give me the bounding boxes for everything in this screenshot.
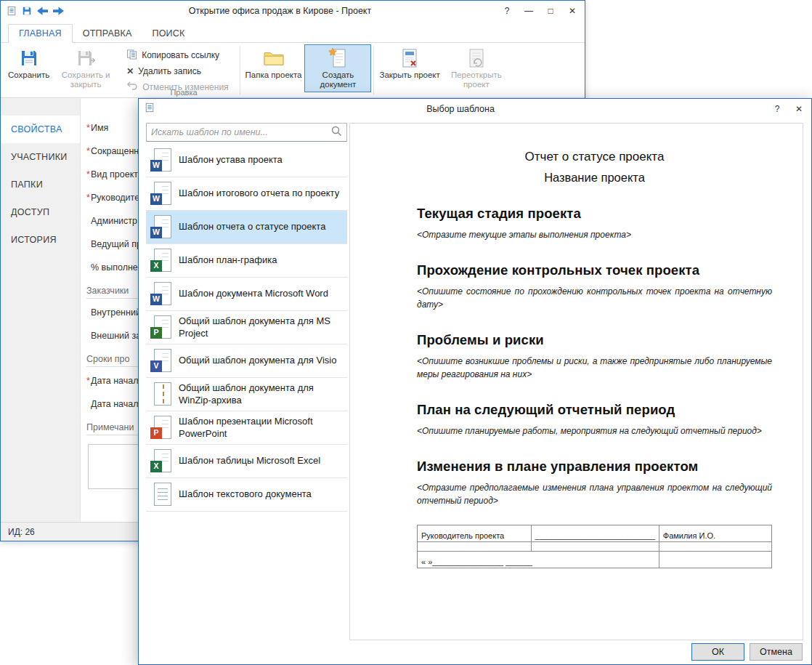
template-list-item[interactable]: W Шаблон документа Microsoft Word — [146, 278, 347, 311]
template-list: W Шаблон устава проекта W Шаблон итогово… — [146, 144, 347, 512]
template-list-item[interactable]: Шаблон текстового документа — [146, 478, 347, 512]
close-project-icon — [400, 48, 419, 68]
dialog-help-button[interactable]: ? — [766, 100, 788, 118]
ok-button[interactable]: ОК — [691, 643, 744, 661]
template-selection-dialog: Выбор шаблона ? ✕ W Шаблон устава проект… — [138, 98, 812, 665]
create-document-button[interactable]: Создать документ — [304, 44, 371, 92]
forward-arrow-icon[interactable] — [53, 7, 64, 15]
visio-file-icon: V — [150, 349, 172, 374]
save-icon — [20, 48, 38, 68]
quick-save-icon[interactable] — [22, 6, 32, 16]
dialog-close-button[interactable]: ✕ — [788, 100, 810, 118]
record-id: ИД: 26 — [8, 527, 35, 537]
template-list-item[interactable]: X Шаблон таблицы Microsoft Excel — [146, 445, 347, 478]
undo-icon — [126, 81, 138, 94]
excel-file-icon: X — [150, 249, 172, 273]
required-asterisk: * — [86, 123, 90, 133]
minimize-button[interactable]: — — [518, 2, 540, 20]
preview-section-hint: <Отразите предполагаемые изменения плана… — [417, 481, 772, 507]
required-asterisk: * — [86, 193, 90, 203]
cancel-button[interactable]: Отмена — [750, 643, 803, 661]
ribbon: Сохранить Сохранить и закрыть Копировать… — [1, 43, 585, 98]
help-button[interactable]: ? — [496, 2, 518, 20]
back-arrow-icon[interactable] — [37, 7, 48, 15]
template-list-item[interactable]: W Шаблон устава проекта — [146, 144, 347, 177]
template-item-label: Шаблон текстового документа — [179, 488, 312, 500]
project-folder-button[interactable]: Папка проекта — [243, 44, 305, 92]
template-list-item[interactable]: W Шаблон итогового отчета по проекту — [146, 177, 347, 211]
preview-section: Прохождение контрольных точек проекта <О… — [417, 262, 772, 311]
save-button[interactable]: Сохранить — [5, 44, 52, 92]
reopen-project-icon — [467, 48, 486, 68]
sidebar-item-participants[interactable]: УЧАСТНИКИ — [1, 143, 80, 171]
signature-line-cell: ___________________________ — [531, 525, 659, 542]
app-icon — [7, 6, 17, 16]
delete-record-button[interactable]: ✕ Удалить запись — [123, 64, 231, 78]
window-title: Открытие офиса продаж в Кирове - Проект — [64, 6, 496, 16]
tab-send[interactable]: ОТПРАВКА — [73, 24, 142, 42]
template-list-item[interactable]: X Шаблон план-графика — [146, 244, 347, 278]
required-asterisk: * — [86, 146, 90, 156]
dialog-title: Выбор шаблона — [155, 104, 766, 114]
template-item-label: Шаблон презентации Microsoft PowerPoint — [179, 416, 343, 440]
word-file-icon: W — [150, 282, 172, 307]
close-project-label: Закрыть проект — [379, 70, 439, 80]
signature-cell — [531, 542, 659, 552]
ribbon-tab-bar: ГЛАВНАЯ ОТПРАВКА ПОИСК — [1, 21, 585, 43]
tab-main[interactable]: ГЛАВНАЯ — [8, 24, 73, 43]
template-item-label: Шаблон документа Microsoft Word — [179, 288, 328, 299]
save-and-close-label: Сохранить и закрыть — [55, 70, 116, 89]
preview-section-heading: Прохождение контрольных точек проекта — [417, 262, 772, 278]
save-label: Сохранить — [8, 70, 49, 80]
tab-search[interactable]: ПОИСК — [142, 24, 195, 42]
template-list-item[interactable]: V Общий шаблон документа для Visio — [146, 344, 347, 378]
template-item-label: Шаблон устава проекта — [179, 154, 283, 166]
preview-doc-title: Отчет о статусе проекта — [417, 150, 772, 164]
delete-record-label: Удалить запись — [138, 66, 201, 76]
maximize-button[interactable]: □ — [540, 2, 561, 20]
signature-date-cell: « »________________ ______ — [418, 552, 659, 568]
main-window-controls: ? — □ ✕ — [496, 2, 583, 20]
template-item-label: Шаблон план-графика — [179, 254, 277, 266]
signature-cell: Фамилия И.О. — [659, 525, 771, 542]
copy-link-icon — [126, 49, 137, 63]
preview-section-hint: <Опишите состояние по прохождению контро… — [417, 285, 772, 311]
sidebar-item-properties[interactable]: СВОЙСТВА — [1, 116, 80, 143]
word-file-icon: W — [150, 148, 172, 173]
sidebar-item-access[interactable]: ДОСТУП — [1, 198, 80, 226]
copy-link-label: Копировать ссылку — [142, 50, 219, 60]
save-and-close-button[interactable]: Сохранить и закрыть — [52, 44, 119, 92]
reopen-project-label: Переоткрыть проект — [446, 70, 507, 89]
project-folder-label: Папка проекта — [245, 70, 302, 80]
edit-buttons-group: Копировать ссылку ✕ Удалить запись Отмен… — [119, 44, 237, 94]
close-button[interactable]: ✕ — [561, 2, 583, 20]
dialog-buttons: ОК Отмена — [691, 643, 803, 661]
dialog-icon — [145, 102, 155, 116]
template-item-label: Шаблон отчета о статусе проекта — [179, 221, 325, 233]
close-project-button[interactable]: Закрыть проект — [376, 44, 442, 92]
template-item-label: Шаблон таблицы Microsoft Excel — [179, 455, 320, 467]
powerpoint-file-icon: P — [150, 416, 172, 440]
search-icon[interactable] — [331, 126, 342, 140]
template-list-item[interactable]: P Шаблон презентации Microsoft PowerPoin… — [146, 411, 347, 445]
copy-link-button[interactable]: Копировать ссылку — [123, 48, 231, 63]
signature-cell — [418, 542, 532, 552]
delete-icon: ✕ — [126, 66, 134, 76]
stage: Открытие офиса продаж в Кирове - Проект … — [0, 0, 812, 665]
template-search-input[interactable] — [151, 127, 331, 137]
template-list-item[interactable]: Общий шаблон документа для WinZip-архива — [146, 378, 347, 411]
signature-cell — [659, 542, 771, 552]
template-search — [146, 123, 347, 142]
sidebar-item-folders[interactable]: ПАПКИ — [1, 171, 80, 198]
template-list-item-selected[interactable]: W Шаблон отчета о статусе проекта — [146, 211, 347, 244]
preview-section: План на следующий отчетный период <Опиши… — [417, 402, 772, 438]
preview-section-heading: План на следующий отчетный период — [417, 402, 772, 418]
excel-file-icon: X — [150, 449, 172, 474]
preview-section: Текущая стадия проекта <Отразите текущие… — [417, 206, 772, 241]
reopen-project-button[interactable]: Переоткрыть проект — [443, 44, 510, 92]
template-item-label: Шаблон итогового отчета по проекту — [179, 188, 339, 199]
template-list-item[interactable]: P Общий шаблон документа для MS Project — [146, 311, 347, 344]
sidebar-item-history[interactable]: ИСТОРИЯ — [1, 226, 80, 254]
template-preview-pane: Отчет о статусе проекта Название проекта… — [349, 123, 803, 640]
ribbon-separator — [373, 46, 374, 94]
